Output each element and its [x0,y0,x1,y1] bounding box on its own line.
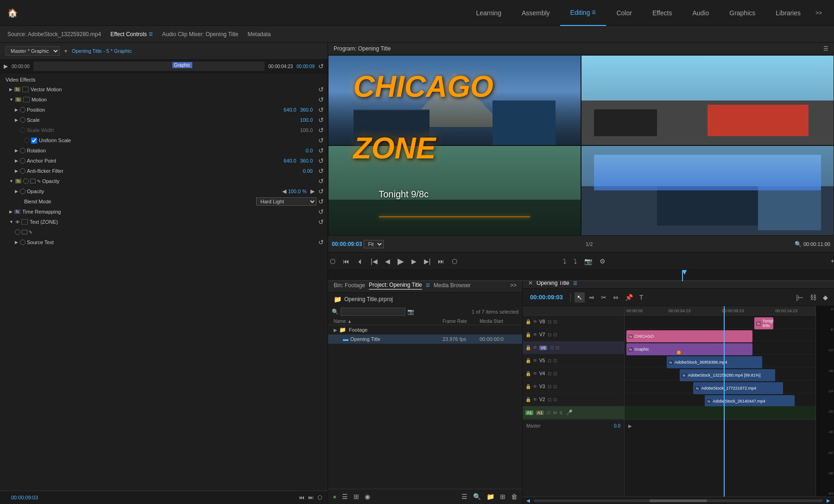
master-track-playback-icon[interactable]: ▶ [628,423,632,428]
new-item-btn[interactable]: ● [331,492,338,501]
mark-out-btn[interactable]: ⬡ [450,256,459,267]
new-seq-btn[interactable]: ⊞ [498,492,507,501]
snap-btn[interactable]: |⊢ [794,292,806,302]
nav-item-learning[interactable]: Learning [466,0,512,26]
rotation-reset[interactable]: ↺ [318,147,324,154]
nav-item-editing[interactable]: Editing ☰ [560,0,607,26]
nav-item-color[interactable]: Color [606,0,642,26]
ec-prev-btn[interactable]: ⏮ [299,494,304,501]
sort-btn[interactable]: ☰ [460,492,469,501]
anchor-arrow[interactable]: ▶ [15,158,18,163]
overwrite-btn[interactable]: ⤵ [572,256,579,267]
reset-timeline-btn[interactable]: ↺ [318,63,324,70]
settings-btn[interactable]: ⚙ [598,256,607,267]
master-clip-selector[interactable]: Master * Graphic [6,46,60,56]
timeline-scroll-left[interactable]: ◀ [526,498,530,503]
scale-width-reset[interactable]: ↺ [318,126,324,134]
bin-footage-tab[interactable]: Bin: Footage [334,281,365,290]
motion-arrow[interactable]: ▼ [9,97,13,102]
footage-expand-arrow[interactable]: ▶ [334,328,337,333]
project-more-icon[interactable]: >> [510,282,517,289]
timeline-play-icon[interactable]: ▶ [4,63,8,69]
v8-lock-icon[interactable]: 🔒 [525,319,531,324]
ripple-tool[interactable]: ⥤ [587,292,597,302]
icon-view-btn[interactable]: ⊞ [352,492,361,501]
nav-item-effects[interactable]: Effects [642,0,682,26]
source-text-reset[interactable]: ↺ [318,239,324,246]
nav-more-icon[interactable]: >> [811,10,827,16]
track-content-v8[interactable]: fx Tonight 9/8c [625,315,815,328]
v5-vis-icon[interactable]: 👁 [533,358,537,363]
v2-lock-icon[interactable]: 🔒 [525,397,531,402]
position-arrow[interactable]: ▶ [15,107,18,112]
timeline-scrollbar-thumb[interactable] [650,499,708,502]
nav-item-libraries[interactable]: Libraries [765,0,811,26]
timeline-scroll-right[interactable]: ▶ [827,498,830,503]
vector-motion-arrow[interactable]: ▶ [9,87,13,92]
anchor-x[interactable]: 640.0 [284,158,297,164]
insert-btn[interactable]: ⤵ [561,256,568,267]
clip-chicago[interactable]: fx CHICAGO [626,330,752,342]
v5-lock-icon[interactable]: 🔒 [525,358,531,363]
opacity-val-arrow[interactable]: ▶ [15,189,18,194]
opacity-header-reset[interactable]: ↺ [318,177,324,185]
antiflicker-value[interactable]: 0.00 [303,168,313,174]
clip-tonight[interactable]: fx Tonight 9/8c [754,317,773,329]
go-start-btn[interactable]: |◀ [369,256,379,267]
freeform-view-btn[interactable]: ◉ [363,492,372,501]
effect-vector-motion[interactable]: ▶ fx Vector Motion ↺ [0,84,328,94]
anchor-reset[interactable]: ↺ [318,157,324,164]
col-start-header[interactable]: Media Start [480,319,517,324]
opacity-next-btn[interactable]: ▶ [310,188,315,195]
add-btn[interactable]: + [831,258,834,265]
v8-vis-icon[interactable]: 👁 [533,319,537,324]
opacity-prev-btn[interactable]: ◀ [282,188,286,195]
clip-adobestock-v5[interactable]: fx AdobeStock_36959386.mp4 [667,356,762,368]
uniform-scale-reset[interactable]: ↺ [318,137,324,144]
go-end-btn[interactable]: ▶| [422,256,433,267]
prev-edit-btn[interactable]: ⏮ [341,256,351,267]
clip-adobestock-v2[interactable]: fx AdobeStock_26140447.mp4 [705,395,795,407]
panel-tab-effect-controls[interactable]: Effect Controls ☰ [110,31,152,38]
time-remap-arrow[interactable]: ▶ [9,209,13,214]
v4-vis-icon[interactable]: 👁 [533,371,537,376]
position-reset[interactable]: ↺ [318,106,324,113]
file-item-opening-title[interactable]: ▬ Opening Title 23.976 fps 00:00:00:0 [328,334,522,344]
nav-item-assembly[interactable]: Assembly [512,0,560,26]
effect-controls-track[interactable]: Graphic [33,62,265,71]
scale-reset[interactable]: ↺ [318,116,324,124]
linked-select-btn[interactable]: ⛓ [808,292,819,302]
list-view-btn[interactable]: ☰ [340,492,350,501]
export-frame-btn[interactable]: 📷 [582,256,594,267]
timeline-scrollbar[interactable] [534,499,823,502]
clip-adobestock-v4[interactable]: fx AdobeStock_132259280.mp4 [89.81%] [680,369,775,381]
project-opening-title-tab[interactable]: Project: Opening Title [369,281,422,290]
play-btn[interactable]: ▶ [396,254,406,268]
panel-tab-source[interactable]: Source: AdobeStock_132259280.mp4 [7,31,101,38]
track-content-v4[interactable]: fx AdobeStock_132259280.mp4 [89.81%] [625,367,815,380]
scale-arrow[interactable]: ▶ [15,118,18,122]
track-content-a1[interactable] [625,406,815,419]
opacity-val-reset[interactable]: ↺ [318,188,324,195]
step-back-btn[interactable]: ⏴ [355,256,365,267]
new-folder-btn[interactable]: 📁 [485,492,496,501]
effect-motion-header[interactable]: ▼ fx Motion ↺ [0,94,328,105]
time-remap-reset[interactable]: ↺ [318,208,324,215]
vector-motion-reset[interactable]: ↺ [318,86,324,93]
fit-selector[interactable]: Fit [364,240,384,248]
anchor-y[interactable]: 360.0 [300,158,313,164]
source-text-arrow[interactable]: ▶ [15,240,18,245]
clip-graphic[interactable]: fx Graphic [626,343,752,355]
antiflicker-reset[interactable]: ↺ [318,167,324,175]
text-zone-reset[interactable]: ↺ [318,218,324,226]
position-y[interactable]: 360.0 [300,107,313,113]
scale-value[interactable]: 100.0 [300,117,313,123]
clip-adobestock-v3[interactable]: fx AdobeStock_177221872.mp4 [693,382,783,394]
blend-mode-reset[interactable]: ↺ [318,198,324,205]
v7-lock-icon[interactable]: 🔒 [525,332,531,337]
v6-lock-icon[interactable]: 🔒 [525,345,531,350]
track-content-v3[interactable]: fx AdobeStock_177221872.mp4 [625,380,815,393]
col-name-header[interactable]: Name ▲ [334,319,442,324]
pin-tool[interactable]: 📌 [623,292,635,302]
add-marker-btn[interactable]: ◆ [821,292,830,302]
